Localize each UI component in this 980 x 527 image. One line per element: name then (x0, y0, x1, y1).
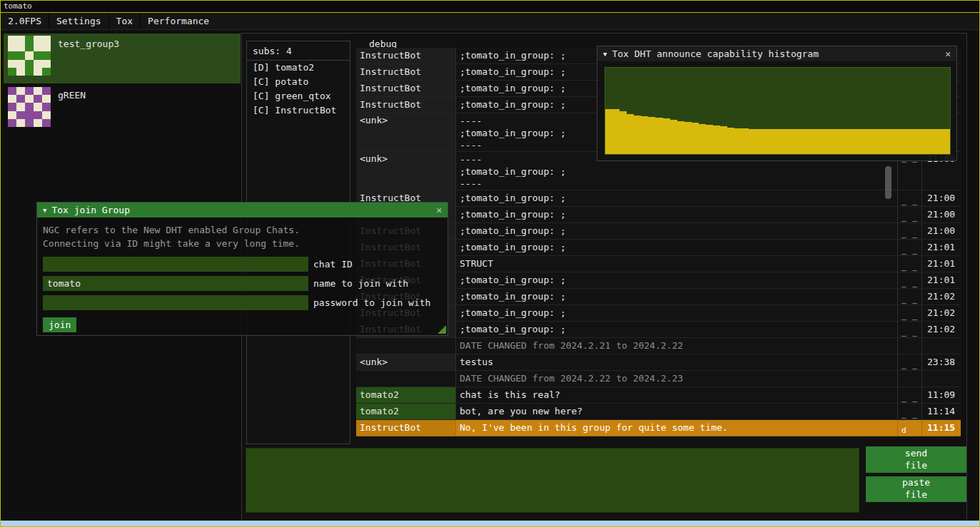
message-row[interactable]: <unk>testus_ _23:38 (356, 354, 961, 371)
flags-cell: _ _ (898, 272, 922, 289)
message-cell: No, I've been in this group for quite so… (456, 420, 898, 436)
histogram-bar (792, 129, 799, 154)
histogram-bar (907, 129, 914, 154)
time-cell: 21:00 (922, 190, 961, 207)
time-cell: 21:00 (922, 223, 961, 240)
time-cell: 21:02 (922, 322, 961, 338)
collapse-arrow-icon[interactable]: ▼ (43, 207, 46, 214)
message-input[interactable] (246, 448, 859, 513)
histogram-bar (727, 128, 734, 155)
histogram-bar (734, 128, 742, 154)
join-name-input[interactable] (43, 276, 308, 291)
name-cell (356, 371, 456, 387)
message-cell: DATE CHANGED from 2024.2.22 to 2024.2.23 (456, 371, 898, 387)
join-titlebar[interactable]: ▼ Tox join Group ✕ (37, 203, 448, 218)
subs-list: [D] tomato2[C] potato[C] green_qtox[C] I… (247, 61, 350, 118)
name-cell: InstructBot (356, 420, 456, 436)
time-cell: 21:02 (922, 305, 961, 322)
flags-cell: _ _ (898, 322, 922, 338)
histogram-bar (677, 121, 685, 154)
time-cell: 21:01 (922, 272, 961, 289)
join-window: ▼ Tox join Group ✕ NGC refers to the New… (36, 202, 448, 336)
window-titlebar[interactable]: tomato (1, 1, 979, 13)
message-row[interactable]: InstructBotNo, I've been in this group f… (356, 420, 961, 436)
group-item[interactable]: test_group3 (4, 34, 241, 83)
histogram-bar (943, 129, 950, 154)
histogram-bar (612, 109, 620, 154)
field-label: name to join with (313, 278, 408, 289)
message-cell: ;tomato_in_group: ; (456, 223, 898, 240)
time-cell (922, 371, 961, 387)
menu-item-settings[interactable]: Settings (49, 13, 108, 29)
histogram-bar (778, 129, 785, 154)
time-cell: 11:14 (922, 404, 961, 420)
group-name: gREEN (58, 90, 86, 101)
message-cell: ;tomato_in_group: ; (456, 190, 898, 207)
histogram-bar (842, 129, 849, 154)
flags-cell: _ _ (898, 207, 922, 223)
subs-item[interactable]: [C] potato (247, 75, 350, 89)
histogram-titlebar[interactable]: ▼ Tox DHT announce capability histogram … (597, 46, 956, 61)
message-row[interactable]: tomato2bot, are you new here?_ _11:14 (356, 404, 961, 420)
message-cell: testus (456, 354, 898, 371)
message-cell: bot, are you new here? (456, 404, 898, 420)
subs-header: subs: 4 (247, 41, 350, 61)
join-info-text: NGC refers to the New DHT enabled Group … (43, 223, 442, 250)
group-avatar (8, 87, 51, 127)
close-icon[interactable]: ✕ (436, 205, 442, 215)
message-cell: ;tomato_in_group: ; (456, 272, 898, 289)
histogram-bar (706, 125, 713, 154)
name-cell: InstructBot (356, 48, 456, 64)
histogram-bar (663, 118, 670, 154)
histogram-bar (627, 114, 634, 154)
menu-item-performance[interactable]: Performance (140, 13, 216, 29)
subs-item[interactable]: [C] green_qtox (247, 89, 350, 103)
histogram-bar (720, 126, 727, 154)
name-cell: InstructBot (356, 81, 456, 97)
fps-counter: 2.0FPS (1, 13, 49, 29)
histogram-bar (864, 129, 871, 154)
message-cell: STRUCT (456, 256, 898, 272)
histogram-bar (685, 122, 692, 154)
field-label: password to join with (313, 297, 430, 308)
histogram-window-title: Tox DHT announce capability histogram (612, 48, 819, 59)
field-label: chat ID (313, 259, 353, 270)
app-window: tomato 2.0FPSSettingsToxPerformance test… (0, 0, 980, 527)
histogram-bar (785, 129, 792, 154)
name-cell: InstructBot (356, 64, 456, 81)
subs-item[interactable]: [D] tomato2 (247, 61, 350, 75)
join-fields: chat IDname to join withpassword to join… (43, 257, 442, 310)
message-row[interactable]: tomato2chat is this real?_ _11:09 (356, 387, 961, 404)
histogram-plot[interactable] (605, 67, 951, 155)
group-item[interactable]: gREEN (4, 85, 241, 126)
histogram-bar (807, 129, 814, 154)
resize-grip-icon[interactable] (438, 325, 446, 334)
join-window-title: Tox join Group (51, 205, 130, 215)
histogram-bar (921, 129, 929, 154)
name-cell: tomato2 (356, 404, 456, 420)
paste-file-button[interactable]: paste file (866, 476, 966, 502)
join-info-line: Connecting via ID might take a very long… (43, 237, 442, 250)
join-button[interactable]: join (43, 317, 76, 332)
menu-bar: 2.0FPSSettingsToxPerformance (1, 13, 979, 30)
send-file-button[interactable]: send file (866, 446, 966, 473)
message-cell: ;tomato_in_group: ; (456, 305, 898, 322)
name-cell: <unk> (356, 354, 456, 371)
chat-id-input[interactable] (43, 257, 308, 272)
menu-item-tox[interactable]: Tox (108, 13, 140, 29)
histogram-bar (835, 129, 842, 154)
histogram-bar (900, 129, 907, 154)
date-separator-row[interactable]: DATE CHANGED from 2024.2.21 to 2024.2.22 (356, 338, 961, 354)
date-separator-row[interactable]: DATE CHANGED from 2024.2.22 to 2024.2.23 (356, 371, 961, 387)
subs-item[interactable]: [C] InstructBot (247, 103, 350, 118)
time-cell (922, 338, 961, 354)
chat-scrollbar-thumb[interactable] (885, 166, 891, 199)
histogram-bar (655, 118, 662, 154)
name-cell: <unk> (356, 113, 456, 152)
collapse-arrow-icon[interactable]: ▼ (603, 51, 607, 58)
histogram-bar (936, 129, 943, 154)
join-password-input[interactable] (43, 295, 308, 310)
close-icon[interactable]: ✕ (945, 48, 951, 59)
histogram-bar (756, 129, 763, 154)
message-cell: DATE CHANGED from 2024.2.21 to 2024.2.22 (456, 338, 898, 354)
